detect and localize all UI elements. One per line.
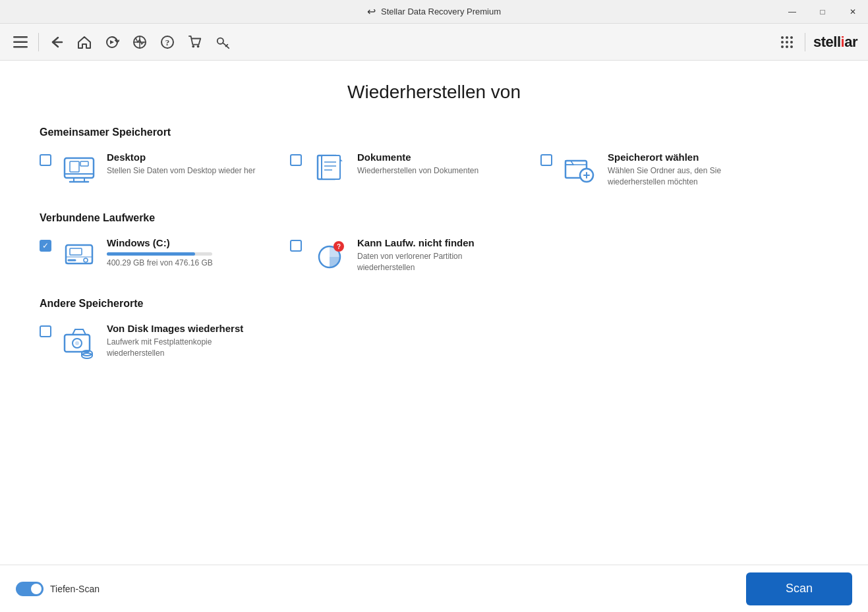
gemeinsamer-label: Gemeinsamer Speicherort bbox=[40, 126, 828, 138]
home-icon[interactable] bbox=[74, 32, 94, 52]
svg-point-12 bbox=[781, 36, 784, 39]
lost-drive-option[interactable]: ? Kann Laufw. nicht finden Daten von ver… bbox=[290, 237, 514, 274]
help-icon[interactable]: ? bbox=[158, 32, 177, 52]
title-bar-title: ↩ Stellar Data Recovery Premium bbox=[367, 5, 501, 18]
toggle-container: Tiefen-Scan bbox=[16, 582, 100, 596]
svg-point-16 bbox=[786, 41, 788, 43]
gemeinsamer-section: Gemeinsamer Speicherort bbox=[40, 126, 828, 188]
windows-drive-icon bbox=[61, 237, 98, 274]
svg-rect-2 bbox=[13, 46, 28, 48]
svg-point-10 bbox=[197, 45, 200, 47]
dokumente-option[interactable]: Dokumente Wiederherstellen von Dokumente… bbox=[290, 152, 514, 188]
andere-options-row: Von Disk Images wiederherst Laufwerk mit… bbox=[40, 323, 828, 360]
title-bar: ↩ Stellar Data Recovery Premium — □ ✕ bbox=[0, 0, 868, 24]
speicherort-icon bbox=[562, 152, 598, 188]
lost-drive-text: Kann Laufw. nicht finden Daten von verlo… bbox=[357, 237, 475, 273]
key-icon[interactable] bbox=[213, 32, 233, 52]
restore-icon[interactable] bbox=[102, 32, 122, 52]
svg-point-39 bbox=[84, 258, 88, 262]
close-button[interactable]: ✕ bbox=[838, 0, 868, 24]
minimize-button[interactable]: — bbox=[777, 0, 807, 24]
title-bar-icon: ↩ bbox=[367, 5, 376, 18]
gemeinsamer-options-row: Desktop Stellen Sie Daten vom Desktop wi… bbox=[40, 152, 828, 188]
andere-section: Andere Speicherorte bbox=[40, 298, 828, 360]
disk-image-option[interactable]: Von Disk Images wiederherst Laufwerk mit… bbox=[40, 323, 264, 360]
svg-rect-26 bbox=[80, 161, 88, 166]
app-title: Stellar Data Recovery Premium bbox=[381, 7, 501, 16]
svg-point-18 bbox=[781, 45, 784, 48]
svg-point-9 bbox=[192, 45, 194, 47]
svg-point-14 bbox=[790, 36, 793, 39]
svg-point-19 bbox=[786, 45, 788, 48]
scan-button[interactable]: Scan bbox=[746, 572, 852, 605]
svg-rect-25 bbox=[70, 161, 79, 172]
tiefen-scan-toggle[interactable] bbox=[16, 582, 43, 596]
svg-point-17 bbox=[790, 41, 793, 43]
toolbar-right: stelliar bbox=[777, 32, 857, 52]
cart-icon[interactable] bbox=[185, 32, 205, 52]
svg-rect-40 bbox=[70, 248, 82, 255]
maximize-button[interactable]: □ bbox=[807, 0, 838, 24]
toolbar-separator-2 bbox=[805, 33, 805, 51]
speicherort-checkbox[interactable] bbox=[540, 154, 552, 166]
disk-image-checkbox[interactable] bbox=[40, 325, 51, 337]
svg-point-20 bbox=[790, 45, 793, 48]
desktop-option[interactable]: Desktop Stellen Sie Daten vom Desktop wi… bbox=[40, 152, 264, 188]
speicherort-text: Speicherort wählen Wählen Sie Ordner aus… bbox=[608, 152, 765, 188]
windows-drive-option[interactable]: Windows (C:) 400.29 GB frei von 476.16 G… bbox=[40, 237, 264, 274]
tiefen-scan-label: Tiefen-Scan bbox=[50, 584, 100, 594]
windows-drive-checkbox[interactable] bbox=[40, 240, 51, 252]
drive-progress-bar bbox=[107, 252, 212, 256]
speicherort-option[interactable]: Speicherort wählen Wählen Sie Ordner aus… bbox=[540, 152, 765, 188]
verbundene-section: Verbundene Laufwerke Windows (C:) bbox=[40, 212, 828, 274]
back-icon[interactable] bbox=[47, 32, 67, 52]
desktop-icon bbox=[61, 152, 98, 188]
desktop-checkbox[interactable] bbox=[40, 154, 51, 166]
svg-point-15 bbox=[781, 41, 784, 43]
disk-image-text: Von Disk Images wiederherst Laufwerk mit… bbox=[107, 323, 243, 359]
lost-drive-checkbox[interactable] bbox=[290, 240, 302, 252]
svg-point-46 bbox=[75, 341, 79, 345]
grid-icon[interactable] bbox=[777, 32, 797, 52]
svg-text:?: ? bbox=[165, 38, 170, 47]
toolbar-separator-1 bbox=[38, 33, 39, 51]
svg-rect-28 bbox=[322, 155, 340, 179]
toolbar: ? bbox=[0, 24, 868, 61]
dokumente-text: Dokumente Wiederherstellen von Dokumente… bbox=[357, 152, 478, 177]
main-content: Wiederherstellen von Gemeinsamer Speiche… bbox=[0, 61, 868, 565]
lost-drive-icon: ? bbox=[311, 237, 348, 274]
desktop-text: Desktop Stellen Sie Daten vom Desktop wi… bbox=[107, 152, 255, 177]
footer: Tiefen-Scan Scan bbox=[0, 565, 868, 612]
svg-rect-0 bbox=[13, 36, 28, 38]
scan-tool-icon[interactable] bbox=[130, 32, 150, 52]
svg-point-13 bbox=[786, 36, 788, 39]
page-title: Wiederherstellen von bbox=[40, 82, 828, 103]
dokumente-checkbox[interactable] bbox=[290, 154, 302, 166]
windows-drive-info: Windows (C:) 400.29 GB frei von 476.16 G… bbox=[107, 237, 213, 267]
menu-icon[interactable] bbox=[11, 32, 30, 52]
title-bar-controls: — □ ✕ bbox=[777, 0, 868, 24]
verbundene-options-row: Windows (C:) 400.29 GB frei von 476.16 G… bbox=[40, 237, 828, 274]
andere-label: Andere Speicherorte bbox=[40, 298, 828, 310]
svg-text:?: ? bbox=[337, 243, 341, 250]
verbundene-label: Verbundene Laufwerke bbox=[40, 212, 828, 224]
disk-image-icon bbox=[61, 323, 98, 360]
dokumente-icon bbox=[311, 152, 348, 188]
svg-rect-1 bbox=[13, 41, 28, 43]
stellar-logo: stelliar bbox=[813, 34, 857, 51]
drive-progress-fill bbox=[107, 252, 195, 256]
